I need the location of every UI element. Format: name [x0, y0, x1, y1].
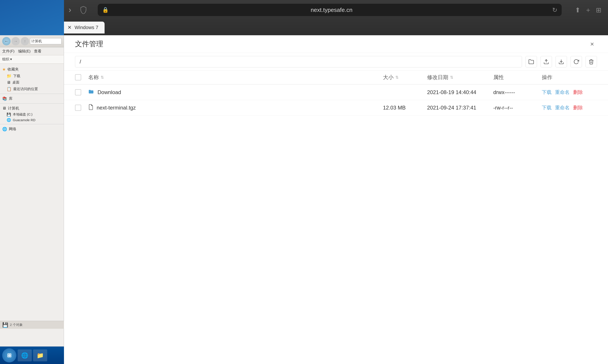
row1-download-link[interactable]: 下载 — [542, 89, 552, 96]
network-label: 网络 — [9, 127, 16, 131]
network-drive-icon: 🌐 — [7, 118, 11, 122]
nav-downloads-label: 下载 — [13, 74, 20, 78]
upload-btn[interactable] — [540, 56, 552, 67]
recent-nav-icon: 📋 — [7, 87, 12, 91]
col-date-header[interactable]: 修改日期 ⇅ — [427, 74, 493, 81]
size-sort-icon: ⇅ — [395, 75, 399, 80]
select-all-checkbox[interactable] — [75, 74, 81, 80]
tabs-bar: 🖥 Next Terminal ✕ ✕ Windows 7 — [0, 20, 608, 35]
taskbar-ie[interactable]: 🌐 — [18, 350, 32, 361]
menu-view[interactable]: 查看 — [34, 49, 41, 54]
nav-downloads[interactable]: 📁 下载 — [0, 73, 64, 79]
start-button[interactable]: ⊞ — [2, 348, 16, 363]
row2-rename-link[interactable]: 重命名 — [555, 104, 570, 111]
forward-button[interactable]: › — [66, 4, 73, 16]
network-section: 🌐 网络 — [0, 126, 64, 132]
folder-download-icon: 📁 — [7, 74, 12, 78]
nav-divider-1 — [0, 94, 64, 94]
library-section: 📚 库 — [0, 95, 64, 102]
new-tab-icon[interactable]: ＋ — [585, 5, 592, 14]
organize-bar: 组织 ▾ — [0, 55, 64, 64]
title-bar: ⊡ ⌄ ‹ › 🔒 next.typesafe.cn ↻ ⬆ ＋ ⊞ — [0, 0, 608, 20]
col-size-header[interactable]: 大小 ⇅ — [383, 74, 427, 81]
row1-name: Download — [88, 89, 383, 96]
nav-recent-label: 最近访问的位置 — [13, 87, 38, 91]
explorer-menu: 文件(F) 编辑(E) 查看 — [0, 47, 64, 55]
row2-size: 12.03 MB — [383, 105, 427, 111]
computer-section: 🖥 计算机 💾 本地磁盘 (C:) 🌐 Guacamole RD — [0, 105, 64, 123]
refresh-btn[interactable] — [570, 56, 582, 67]
exp-address-bar[interactable]: 计算机 — [30, 38, 62, 44]
exp-address-text: 计算机 — [31, 39, 42, 44]
row2-checkbox[interactable] — [75, 105, 81, 111]
organize-button[interactable]: 组织 ▾ — [2, 57, 12, 62]
drive-c[interactable]: 💾 本地磁盘 (C:) — [0, 112, 64, 117]
dialog-header: 文件管理 × — [64, 35, 608, 53]
nav-desktop[interactable]: 🖥 桌面 — [0, 79, 64, 86]
drive-c-label: 本地磁盘 (C:) — [13, 112, 32, 117]
col-perm-label: 属性 — [493, 74, 504, 81]
address-bar[interactable]: 🔒 next.typesafe.cn ↻ — [98, 4, 562, 16]
exp-back-button[interactable]: ← — [2, 37, 11, 45]
nav-divider-2 — [0, 103, 64, 104]
library-icon: 📚 — [2, 96, 7, 101]
row2-perm: -rw-r--r-- — [493, 105, 542, 111]
delete-toolbar-btn[interactable] — [585, 56, 597, 67]
status-bar: 💾 2 个对象 — [0, 321, 64, 329]
col-name-label: 名称 — [88, 74, 99, 81]
menu-file[interactable]: 文件(F) — [2, 49, 14, 54]
nav-divider-3 — [0, 124, 64, 124]
favorites-label: 收藏夹 — [8, 67, 19, 72]
reload-button[interactable]: ↻ — [552, 6, 557, 14]
taskbar-explorer[interactable]: 📁 — [33, 350, 47, 361]
row2-download-link[interactable]: 下载 — [542, 104, 552, 111]
favorites-section: ★ 收藏夹 📁 下载 🖥 桌面 📋 最近访问的位置 — [0, 66, 64, 92]
tab-label-windows: Windows 7 — [75, 25, 98, 30]
file-table: 名称 ⇅ 大小 ⇅ 修改日期 ⇅ 属性 操作 — [64, 70, 608, 364]
status-icon: 💾 — [2, 322, 8, 328]
library-header[interactable]: 📚 库 — [0, 95, 64, 102]
row1-checkbox[interactable] — [75, 89, 81, 95]
explorer-panel: ← → ↑ 计算机 文件(F) 编辑(E) 查看 组织 ▾ ★ 收藏夹 📁 下载… — [0, 35, 64, 346]
share-icon[interactable]: ⬆ — [575, 6, 580, 14]
row1-date: 2021-08-19 14:40:44 — [427, 89, 493, 95]
close-button[interactable]: × — [587, 39, 597, 49]
lock-icon: 🔒 — [102, 7, 109, 13]
exp-up-button[interactable]: ↑ — [21, 37, 29, 45]
status-text: 2 个对象 — [10, 323, 23, 327]
row2-delete-link[interactable]: 删除 — [573, 104, 583, 111]
computer-header[interactable]: 🖥 计算机 — [0, 105, 64, 112]
network-icon: 🌐 — [2, 127, 7, 131]
col-perm-header[interactable]: 属性 — [493, 74, 542, 81]
new-folder-btn[interactable] — [525, 56, 537, 67]
nav-recent[interactable]: 📋 最近访问的位置 — [0, 86, 64, 92]
table-header: 名称 ⇅ 大小 ⇅ 修改日期 ⇅ 属性 操作 — [64, 70, 608, 85]
row1-delete-link[interactable]: 删除 — [573, 89, 583, 96]
row1-rename-link[interactable]: 重命名 — [555, 89, 570, 96]
row1-actions: 下载 重命名 删除 — [542, 89, 597, 96]
path-input[interactable] — [75, 56, 522, 67]
menu-edit[interactable]: 编辑(E) — [18, 49, 31, 54]
address-text: next.typesafe.cn — [111, 7, 552, 13]
row2-date: 2021-09-24 17:37:41 — [427, 105, 493, 111]
exp-forward-button[interactable]: → — [12, 37, 20, 45]
col-name-header[interactable]: 名称 ⇅ — [88, 74, 383, 81]
row2-filename: next-terminal.tgz — [97, 105, 136, 111]
browser-chrome: ⊡ ⌄ ‹ › 🔒 next.typesafe.cn ↻ ⬆ ＋ ⊞ 🖥 Nex… — [0, 0, 608, 35]
shield-icon — [78, 6, 89, 14]
network-header[interactable]: 🌐 网络 — [0, 126, 64, 132]
favorites-header[interactable]: ★ 收藏夹 — [0, 66, 64, 73]
table-row: next-terminal.tgz 12.03 MB 2021-09-24 17… — [64, 100, 608, 116]
row1-filename: Download — [97, 89, 121, 95]
drive-network[interactable]: 🌐 Guacamole RD — [0, 117, 64, 123]
row1-perm: drwx------ — [493, 89, 542, 95]
col-action-label: 操作 — [542, 74, 553, 81]
nav-desktop-label: 桌面 — [12, 80, 19, 85]
star-icon: ★ — [2, 67, 6, 72]
tab-windows7[interactable]: ✕ Windows 7 — [61, 22, 105, 34]
computer-label: 计算机 — [8, 106, 19, 111]
disk-icon: 💾 — [7, 112, 11, 117]
download-all-btn[interactable] — [555, 56, 567, 67]
tabs-grid-icon[interactable]: ⊞ — [596, 6, 601, 14]
explorer-toolbar: ← → ↑ 计算机 — [0, 35, 64, 47]
